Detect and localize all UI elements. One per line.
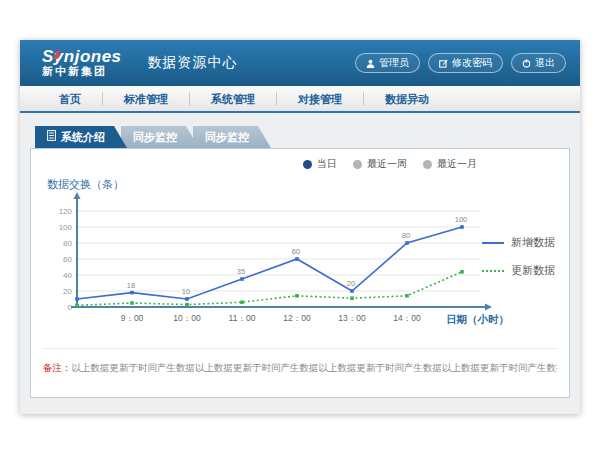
footer-note: 备注：以上数据更新于时间产生数据以上数据更新于时间产生数据以上数据更新于时间产生… (43, 348, 557, 375)
tab-系统介绍-0[interactable]: 系统介绍 (35, 126, 127, 148)
chart-container: 0204060801001209：0010：0011：0012：0013：001… (39, 187, 513, 343)
time-range-filter: 当日最近一周最近一月 (303, 157, 477, 171)
svg-text:80: 80 (402, 231, 410, 240)
svg-text:14：00: 14：00 (393, 313, 421, 323)
main-nav: 首页标准管理系统管理对接管理数据异动 (20, 86, 580, 113)
tab-label: 系统介绍 (61, 126, 105, 148)
document-icon (47, 126, 56, 148)
legend-swatch-icon (482, 270, 504, 272)
data-point (185, 297, 189, 301)
svg-text:9：00: 9：00 (121, 313, 144, 323)
header-actions: 管理员 修改密码 退出 (355, 53, 566, 73)
content-area: 系统介绍同步监控同步监控 当日最近一周最近一月 数据交换（条） 02040608… (20, 113, 580, 398)
legend-swatch-icon (482, 242, 504, 244)
data-point (460, 270, 464, 274)
tab-同步监控-2[interactable]: 同步监控 (193, 126, 271, 148)
page-title: 数据资源中心 (148, 54, 238, 72)
svg-text:18: 18 (127, 281, 135, 290)
data-point (405, 241, 409, 245)
filter-option-label: 当日 (317, 157, 337, 171)
nav-item-对接管理[interactable]: 对接管理 (277, 92, 364, 106)
data-point (350, 289, 354, 293)
svg-text:60: 60 (292, 247, 300, 256)
data-point (240, 300, 244, 304)
data-point (75, 304, 79, 308)
tab-同步监控-1[interactable]: 同步监控 (121, 126, 199, 148)
data-point (185, 303, 189, 307)
filter-option-label: 最近一月 (437, 157, 477, 171)
legend-label: 新增数据 (511, 235, 555, 250)
user-button-label: 管理员 (379, 56, 409, 70)
note-label: 备注： (43, 362, 72, 373)
tab-label: 同步监控 (205, 126, 249, 148)
svg-text:40: 40 (63, 271, 72, 280)
svg-text:20: 20 (347, 279, 355, 288)
tab-label: 同步监控 (133, 126, 177, 148)
data-point (130, 291, 134, 295)
svg-text:100: 100 (59, 223, 73, 232)
logout-label: 退出 (535, 56, 555, 70)
data-point (405, 294, 409, 298)
svg-text:120: 120 (59, 207, 73, 216)
svg-text:80: 80 (63, 239, 72, 248)
data-point (240, 277, 244, 281)
chart-panel: 当日最近一周最近一月 数据交换（条） 0204060801001209：0010… (30, 148, 570, 398)
data-point (460, 225, 464, 229)
data-point (130, 301, 134, 305)
change-password-label: 修改密码 (452, 56, 492, 70)
svg-text:20: 20 (63, 287, 72, 296)
legend-entry-更新数据: 更新数据 (482, 263, 555, 278)
svg-text:13：00: 13：00 (338, 313, 366, 323)
data-point (75, 297, 79, 301)
chart-legend: 新增数据更新数据 (482, 235, 555, 278)
tab-bar: 系统介绍同步监控同步监控 (35, 126, 570, 148)
filter-option-最近一周[interactable]: 最近一周 (353, 157, 407, 171)
y-axis-arrow-icon (74, 192, 81, 199)
user-icon (366, 59, 375, 68)
svg-text:10: 10 (182, 287, 190, 296)
svg-text:12：00: 12：00 (283, 313, 311, 323)
svg-text:60: 60 (63, 255, 72, 264)
edit-icon (439, 59, 448, 68)
power-icon (522, 59, 531, 68)
data-point (350, 296, 354, 300)
svg-text:100: 100 (455, 215, 468, 224)
note-text: 以上数据更新于时间产生数据以上数据更新于时间产生数据以上数据更新于时间产生数据以… (72, 362, 558, 373)
nav-item-系统管理[interactable]: 系统管理 (190, 92, 277, 106)
company-logo: Synjones 新中新集团 (42, 48, 122, 77)
radio-selected-icon (303, 160, 312, 169)
data-point (295, 294, 299, 298)
x-axis-title: 日期（小时） (446, 313, 509, 326)
app-header: Synjones 新中新集团 数据资源中心 管理员 修改密码 (20, 40, 580, 86)
logout-button[interactable]: 退出 (511, 53, 566, 73)
legend-label: 更新数据 (511, 263, 555, 278)
radio-unselected-icon (353, 160, 362, 169)
svg-text:11：00: 11：00 (229, 313, 256, 323)
nav-item-首页[interactable]: 首页 (38, 92, 103, 106)
filter-option-当日[interactable]: 当日 (303, 157, 337, 171)
svg-text:35: 35 (237, 267, 245, 276)
legend-entry-新增数据: 新增数据 (482, 235, 555, 250)
radio-unselected-icon (423, 160, 432, 169)
nav-item-数据异动[interactable]: 数据异动 (364, 92, 450, 106)
user-button[interactable]: 管理员 (355, 53, 420, 73)
filter-option-label: 最近一周 (367, 157, 407, 171)
x-axis-arrow-icon (485, 304, 492, 311)
data-point (295, 257, 299, 261)
line-chart: 0204060801001209：0010：0011：0012：0013：001… (39, 187, 513, 339)
svg-text:10：00: 10：00 (173, 313, 201, 323)
app-window: Synjones 新中新集团 数据资源中心 管理员 修改密码 (20, 40, 580, 414)
filter-option-最近一月[interactable]: 最近一月 (423, 157, 477, 171)
change-password-button[interactable]: 修改密码 (428, 53, 503, 73)
nav-item-标准管理[interactable]: 标准管理 (103, 92, 190, 106)
logo-subtext: 新中新集团 (42, 66, 122, 78)
